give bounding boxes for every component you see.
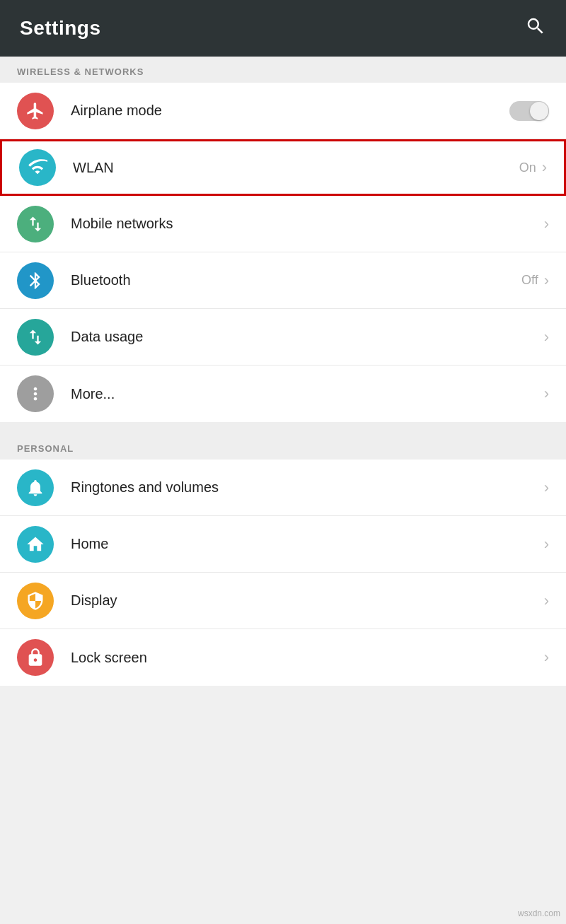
search-icon[interactable]	[525, 16, 546, 42]
section-list-1: Ringtones and volumes›Home›Display›Lock …	[0, 460, 566, 686]
home-chevron-icon: ›	[544, 535, 549, 554]
settings-item-more[interactable]: More...›	[0, 365, 566, 422]
mobile-networks-chevron-icon: ›	[544, 215, 549, 233]
bluetooth-icon	[17, 262, 54, 299]
settings-item-display[interactable]: Display›	[0, 573, 566, 629]
bell-icon	[17, 469, 54, 506]
lock-screen-chevron-icon: ›	[544, 648, 549, 667]
settings-item-airplane-mode[interactable]: Airplane mode	[0, 83, 566, 139]
airplane-mode-label: Airplane mode	[71, 103, 509, 119]
section-label-1: PERSONAL	[0, 433, 566, 460]
settings-item-wlan[interactable]: WLANOn›	[0, 139, 566, 196]
data-usage-chevron-icon: ›	[544, 328, 549, 346]
bluetooth-chevron-icon: ›	[544, 271, 549, 290]
wlan-status: On	[519, 160, 536, 175]
bluetooth-status: Off	[521, 273, 538, 288]
settings-item-ringtones[interactable]: Ringtones and volumes›	[0, 460, 566, 516]
home-icon	[17, 526, 54, 563]
more-label: More...	[71, 386, 544, 402]
airplane-mode-toggle[interactable]	[509, 101, 549, 121]
data-usage-label: Data usage	[71, 329, 544, 345]
display-icon	[17, 583, 54, 619]
settings-item-lock-screen[interactable]: Lock screen›	[0, 629, 566, 686]
section-label-0: WIRELESS & NETWORKS	[0, 57, 566, 83]
lock-screen-label: Lock screen	[71, 650, 544, 666]
wlan-label: WLAN	[73, 160, 519, 176]
wlan-chevron-icon: ›	[542, 158, 547, 177]
airplane-icon	[17, 93, 54, 129]
mobile-icon	[17, 206, 54, 242]
settings-item-bluetooth[interactable]: BluetoothOff›	[0, 252, 566, 309]
mobile-networks-label: Mobile networks	[71, 216, 544, 232]
settings-item-home[interactable]: Home›	[0, 516, 566, 573]
watermark: wsxdn.com	[518, 908, 560, 918]
settings-container: WIRELESS & NETWORKSAirplane modeWLANOn›M…	[0, 57, 566, 686]
home-label: Home	[71, 536, 544, 552]
section-gap	[0, 422, 566, 433]
app-header: Settings	[0, 0, 566, 57]
display-label: Display	[71, 592, 544, 609]
data-icon	[17, 319, 54, 356]
section-list-0: Airplane modeWLANOn›Mobile networks›Blue…	[0, 83, 566, 422]
display-chevron-icon: ›	[544, 592, 549, 610]
page-title: Settings	[20, 17, 100, 40]
settings-item-data-usage[interactable]: Data usage›	[0, 309, 566, 365]
wifi-icon	[19, 149, 56, 186]
ringtones-label: Ringtones and volumes	[71, 479, 544, 496]
more-icon	[17, 375, 54, 412]
bluetooth-label: Bluetooth	[71, 272, 521, 288]
more-chevron-icon: ›	[544, 385, 549, 403]
ringtones-chevron-icon: ›	[544, 479, 549, 497]
lock-icon	[17, 639, 54, 676]
settings-item-mobile-networks[interactable]: Mobile networks›	[0, 196, 566, 252]
